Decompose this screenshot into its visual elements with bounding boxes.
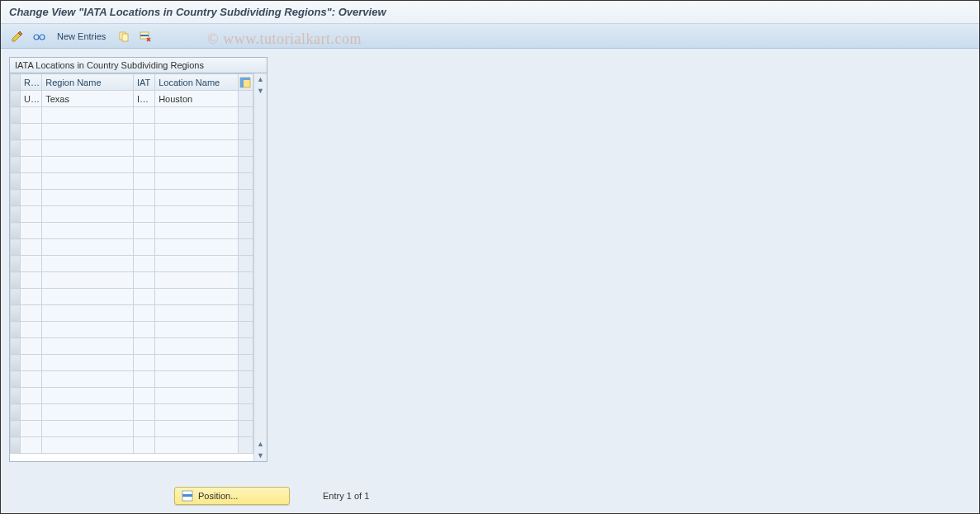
cell-iat[interactable] bbox=[134, 256, 155, 272]
table-row[interactable] bbox=[11, 371, 253, 388]
table-row[interactable] bbox=[11, 322, 253, 338]
cell-location-name[interactable] bbox=[155, 157, 239, 173]
cell-reg[interactable] bbox=[21, 322, 42, 338]
cell-iat[interactable] bbox=[134, 190, 155, 206]
toggle-edit-button[interactable] bbox=[9, 28, 26, 45]
cell-location-name[interactable] bbox=[155, 239, 239, 256]
cell-iat[interactable] bbox=[134, 322, 155, 338]
cell-region-name[interactable] bbox=[42, 157, 134, 173]
cell-iat[interactable] bbox=[134, 404, 155, 421]
cell-region-name[interactable] bbox=[42, 206, 134, 223]
row-selector[interactable] bbox=[11, 371, 21, 388]
table-row[interactable] bbox=[11, 157, 253, 173]
table-row[interactable] bbox=[11, 289, 253, 305]
cell-iat[interactable] bbox=[134, 206, 155, 223]
table-row[interactable] bbox=[11, 437, 253, 454]
scroll-up-step-icon[interactable]: ▲ bbox=[255, 438, 267, 450]
cell-iat[interactable] bbox=[134, 140, 155, 157]
table-row[interactable] bbox=[11, 107, 253, 124]
cell-location-name[interactable] bbox=[155, 388, 239, 404]
table-row[interactable] bbox=[11, 223, 253, 239]
cell-reg[interactable] bbox=[21, 355, 42, 371]
table-row[interactable] bbox=[11, 239, 253, 256]
cell-iat[interactable] bbox=[134, 371, 155, 388]
cell-iat[interactable] bbox=[134, 437, 155, 454]
row-selector[interactable] bbox=[11, 223, 21, 239]
cell-reg[interactable] bbox=[21, 190, 42, 206]
cell-reg[interactable] bbox=[21, 305, 42, 322]
row-selector[interactable] bbox=[11, 355, 21, 371]
cell-region-name[interactable] bbox=[42, 173, 134, 190]
cell-iat[interactable] bbox=[134, 338, 155, 355]
cell-region-name[interactable] bbox=[42, 140, 134, 157]
cell-iat[interactable] bbox=[134, 173, 155, 190]
cell-region-name[interactable]: Texas bbox=[42, 91, 134, 107]
cell-reg[interactable] bbox=[21, 437, 42, 454]
table-row[interactable] bbox=[11, 206, 253, 223]
cell-iat[interactable] bbox=[134, 124, 155, 140]
cell-region-name[interactable] bbox=[42, 239, 134, 256]
row-selector[interactable] bbox=[11, 338, 21, 355]
scroll-down-arrow-icon[interactable]: ▼ bbox=[255, 450, 267, 461]
cell-location-name[interactable] bbox=[155, 140, 239, 157]
table-row[interactable] bbox=[11, 338, 253, 355]
cell-region-name[interactable] bbox=[42, 272, 134, 289]
cell-location-name[interactable] bbox=[155, 272, 239, 289]
cell-region-name[interactable] bbox=[42, 322, 134, 338]
cell-location-name[interactable] bbox=[155, 206, 239, 223]
cell-reg[interactable] bbox=[21, 388, 42, 404]
cell-reg[interactable] bbox=[21, 338, 42, 355]
row-selector[interactable] bbox=[11, 289, 21, 305]
position-button[interactable]: Position... bbox=[174, 487, 290, 505]
cell-region-name[interactable] bbox=[42, 388, 134, 404]
col-header-iat[interactable]: IAT bbox=[134, 74, 155, 91]
table-row[interactable] bbox=[11, 404, 253, 421]
row-selector[interactable] bbox=[11, 124, 21, 140]
cell-location-name[interactable] bbox=[155, 173, 239, 190]
cell-location-name[interactable] bbox=[155, 338, 239, 355]
row-selector[interactable] bbox=[11, 157, 21, 173]
row-selector[interactable] bbox=[11, 322, 21, 338]
cell-region-name[interactable] bbox=[42, 437, 134, 454]
cell-reg[interactable] bbox=[21, 239, 42, 256]
table-config-button[interactable] bbox=[238, 74, 253, 91]
col-header-region-name[interactable]: Region Name bbox=[42, 74, 134, 91]
row-selector[interactable] bbox=[11, 305, 21, 322]
cell-location-name[interactable] bbox=[155, 124, 239, 140]
cell-location-name[interactable] bbox=[155, 437, 239, 454]
cell-region-name[interactable] bbox=[42, 305, 134, 322]
cell-iat[interactable]: IAH bbox=[134, 91, 155, 107]
row-selector[interactable] bbox=[11, 91, 21, 107]
cell-region-name[interactable] bbox=[42, 404, 134, 421]
row-selector[interactable] bbox=[11, 272, 21, 289]
cell-reg[interactable] bbox=[21, 256, 42, 272]
cell-region-name[interactable] bbox=[42, 190, 134, 206]
find-button[interactable] bbox=[31, 28, 47, 45]
cell-location-name[interactable] bbox=[155, 223, 239, 239]
table-row[interactable] bbox=[11, 272, 253, 289]
delete-button[interactable] bbox=[137, 28, 154, 45]
cell-reg[interactable] bbox=[21, 124, 42, 140]
cell-region-name[interactable] bbox=[42, 256, 134, 272]
cell-reg[interactable] bbox=[21, 421, 42, 437]
row-selector[interactable] bbox=[11, 388, 21, 404]
row-selector[interactable] bbox=[11, 173, 21, 190]
cell-reg[interactable] bbox=[21, 371, 42, 388]
cell-iat[interactable] bbox=[134, 272, 155, 289]
table-row[interactable] bbox=[11, 355, 253, 371]
select-all-corner[interactable] bbox=[11, 74, 21, 91]
table-row[interactable] bbox=[11, 173, 253, 190]
scroll-down-step-icon[interactable]: ▼ bbox=[255, 85, 267, 97]
cell-iat[interactable] bbox=[134, 107, 155, 124]
row-selector[interactable] bbox=[11, 421, 21, 437]
col-header-reg[interactable]: Reg bbox=[21, 74, 42, 91]
cell-location-name[interactable] bbox=[155, 421, 239, 437]
cell-iat[interactable] bbox=[134, 289, 155, 305]
row-selector[interactable] bbox=[11, 437, 21, 454]
cell-location-name[interactable] bbox=[155, 355, 239, 371]
copy-button[interactable] bbox=[116, 28, 132, 45]
cell-reg[interactable] bbox=[21, 223, 42, 239]
row-selector[interactable] bbox=[11, 256, 21, 272]
cell-iat[interactable] bbox=[134, 223, 155, 239]
cell-region-name[interactable] bbox=[42, 107, 134, 124]
